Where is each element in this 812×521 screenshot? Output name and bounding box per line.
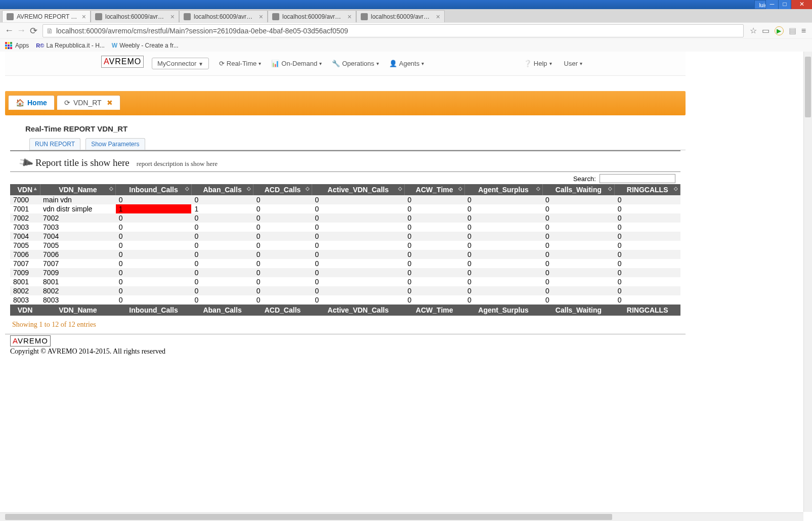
browser-tab[interactable]: AVREMO REPORT EXPLOR× <box>2 10 91 22</box>
tab-label: localhost:60009/avremo/c <box>105 13 166 20</box>
forward-button[interactable]: → <box>15 25 27 36</box>
extension-play-icon[interactable]: ▶ <box>775 26 784 35</box>
tab-label: AVREMO REPORT EXPLOR <box>17 13 78 20</box>
address-bar-row: ← → ⟳ 🗎 localhost:60009/avremo/cms/restf… <box>0 22 812 38</box>
tab-close-icon[interactable]: × <box>170 13 175 21</box>
tab-close-icon[interactable]: × <box>82 13 86 21</box>
cast-icon[interactable]: ▭ <box>762 26 770 35</box>
tab-label: localhost:60009/avremo/c <box>371 13 432 20</box>
repubblica-bookmark[interactable]: R© La Repubblica.it - H... <box>36 42 104 49</box>
tab-close-icon[interactable]: × <box>259 13 263 21</box>
bookmarks-bar: Apps R© La Repubblica.it - H... W Weebly… <box>0 38 812 52</box>
apps-grid-icon <box>5 42 12 49</box>
app-topbar: AVREMO MyConnector ▼ ⟳Real-Time ▾ 📊On-De… <box>5 52 686 52</box>
favicon <box>95 13 102 20</box>
tab-close-icon[interactable]: × <box>348 13 352 21</box>
extension-icon[interactable]: ▤ <box>789 26 796 35</box>
browser-tab[interactable]: localhost:60009/avremo/c× <box>179 10 268 22</box>
url-text: localhost:60009/avremo/cms/restful/Main?… <box>56 27 348 35</box>
favicon <box>272 13 279 20</box>
tab-label: localhost:60009/avremo/c <box>282 13 344 20</box>
bookmark-star-icon[interactable]: ☆ <box>750 26 757 35</box>
browser-tabs: AVREMO REPORT EXPLOR×localhost:60009/avr… <box>0 9 812 22</box>
browser-tab[interactable]: localhost:60009/avremo/c× <box>356 10 445 22</box>
favicon <box>361 13 368 20</box>
app-viewport: AVREMO MyConnector ▼ ⟳Real-Time ▾ 📊On-De… <box>0 52 812 52</box>
favicon <box>184 13 191 20</box>
window-minimize-button[interactable]: ─ <box>765 0 778 9</box>
page-icon: 🗎 <box>46 27 53 35</box>
window-close-button[interactable]: ✕ <box>791 0 812 9</box>
apps-label: Apps <box>15 42 29 49</box>
window-titlebar: luigi ─ □ ✕ <box>0 0 812 9</box>
back-button[interactable]: ← <box>3 25 15 36</box>
browser-chrome: AVREMO REPORT EXPLOR×localhost:60009/avr… <box>0 9 812 52</box>
vertical-scrollbar[interactable] <box>803 52 812 52</box>
chrome-menu-icon[interactable]: ≡ <box>801 26 806 35</box>
weebly-bookmark[interactable]: W Weebly - Create a fr... <box>112 42 179 49</box>
site-icon: W <box>112 42 117 49</box>
browser-tab[interactable]: localhost:60009/avremo/c× <box>268 10 356 22</box>
browser-tab[interactable]: localhost:60009/avremo/c× <box>91 10 179 22</box>
window-maximize-button[interactable]: □ <box>778 0 791 9</box>
reload-button[interactable]: ⟳ <box>27 25 39 36</box>
bookmark-label: Weebly - Create a fr... <box>119 42 179 49</box>
address-bar[interactable]: 🗎 localhost:60009/avremo/cms/restful/Mai… <box>42 24 744 37</box>
site-icon: R© <box>36 42 44 49</box>
apps-bookmark[interactable]: Apps <box>5 42 29 49</box>
tab-close-icon[interactable]: × <box>436 13 440 21</box>
favicon <box>7 13 14 20</box>
tab-label: localhost:60009/avremo/c <box>194 13 255 20</box>
bookmark-label: La Repubblica.it - H... <box>46 42 104 49</box>
